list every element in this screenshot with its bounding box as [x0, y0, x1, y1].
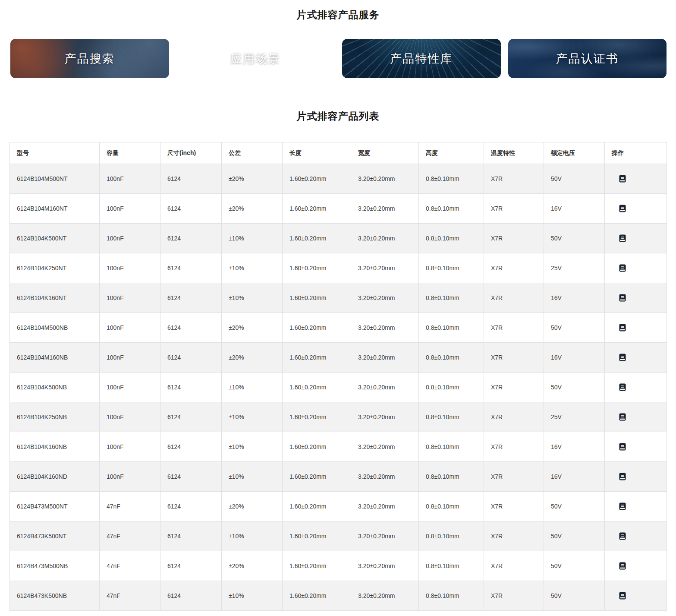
cell: 50V [544, 551, 605, 581]
cell: 1.60±0.20mm [283, 581, 351, 611]
services-title: 片式排容产品服务 [0, 0, 676, 20]
journal-document-icon [619, 592, 626, 600]
cell: 1.60±0.20mm [283, 373, 351, 402]
view-document-button[interactable] [618, 174, 627, 183]
action-cell [605, 343, 667, 373]
cell: 100nF [100, 253, 160, 283]
journal-document-icon [619, 383, 626, 391]
view-document-button[interactable] [618, 323, 627, 332]
cell: 0.8±0.10mm [419, 253, 484, 283]
cell: 50V [544, 313, 605, 343]
cell: 6124 [160, 432, 222, 462]
action-cell [605, 432, 667, 462]
cell: 3.20±0.20mm [351, 194, 419, 224]
list-title: 片式排容产品列表 [0, 111, 676, 121]
view-document-button[interactable] [618, 412, 627, 422]
view-document-button[interactable] [618, 591, 627, 600]
banner-product-library[interactable]: 产品特性库 [342, 39, 501, 78]
table-row: 6124B104M160NT100nF6124±20%1.60±0.20mm3.… [10, 194, 667, 224]
cell: X7R [484, 343, 544, 373]
action-cell [605, 224, 667, 253]
column-header-4: 长度 [283, 142, 351, 164]
cell: X7R [484, 462, 544, 492]
cell: 1.60±0.20mm [283, 551, 351, 581]
table-row: 6124B104K250NT100nF6124±10%1.60±0.20mm3.… [10, 253, 667, 283]
view-document-button[interactable] [618, 502, 627, 511]
cell: 6124B473K500NT [10, 521, 100, 551]
action-cell [605, 521, 667, 551]
cell: 0.8±0.10mm [419, 521, 484, 551]
cell: ±20% [222, 343, 283, 373]
service-banners: 产品搜索 应用场景 产品特性库 产品认证书 [10, 39, 667, 78]
cell: 16V [544, 194, 605, 224]
view-document-button[interactable] [618, 234, 627, 243]
cell: 16V [544, 283, 605, 313]
cell: 6124B104M500NT [10, 164, 100, 194]
column-header-7: 温度特性 [484, 142, 544, 164]
cell: ±10% [222, 283, 283, 313]
cell: ±10% [222, 521, 283, 551]
cell: 16V [544, 432, 605, 462]
cell: 6124B104K500NB [10, 373, 100, 402]
view-document-button[interactable] [618, 382, 627, 392]
cell: 1.60±0.20mm [283, 462, 351, 492]
banner-application-scenes[interactable]: 应用场景 [176, 39, 335, 78]
cell: 3.20±0.20mm [351, 313, 419, 343]
cell: 50V [544, 164, 605, 194]
view-document-button[interactable] [618, 442, 627, 452]
cell: 6124 [160, 373, 222, 402]
cell: 6124 [160, 521, 222, 551]
cell: 6124 [160, 492, 222, 521]
banner-product-search[interactable]: 产品搜索 [10, 39, 169, 78]
cell: 3.20±0.20mm [351, 402, 419, 432]
cell: 6124 [160, 343, 222, 373]
cell: 47nF [100, 551, 160, 581]
cell: 6124B104K160NB [10, 432, 100, 462]
banner-product-library-label: 产品特性库 [390, 51, 453, 66]
cell: 6124B104M160NB [10, 343, 100, 373]
cell: ±10% [222, 253, 283, 283]
view-document-button[interactable] [618, 472, 627, 481]
cell: ±20% [222, 551, 283, 581]
cell: 6124B104K160ND [10, 462, 100, 492]
journal-document-icon [619, 234, 626, 242]
banner-product-certificates[interactable]: 产品认证书 [508, 39, 667, 78]
table-row: 6124B104K250NB100nF6124±10%1.60±0.20mm3.… [10, 402, 667, 432]
cell: X7R [484, 521, 544, 551]
cell: 1.60±0.20mm [283, 492, 351, 521]
cell: 0.8±0.10mm [419, 164, 484, 194]
cell: 100nF [100, 164, 160, 194]
cell: 6124B104K500NT [10, 224, 100, 253]
view-document-button[interactable] [618, 263, 627, 273]
view-document-button[interactable] [618, 531, 627, 541]
cell: 1.60±0.20mm [283, 343, 351, 373]
cell: 6124B473M500NB [10, 551, 100, 581]
column-header-6: 高度 [419, 142, 484, 164]
cell: 16V [544, 462, 605, 492]
cell: X7R [484, 581, 544, 611]
cell: 3.20±0.20mm [351, 373, 419, 402]
cell: X7R [484, 373, 544, 402]
cell: 100nF [100, 462, 160, 492]
cell: 0.8±0.10mm [419, 373, 484, 402]
action-cell [605, 581, 667, 611]
view-document-button[interactable] [618, 293, 627, 303]
view-document-button[interactable] [618, 353, 627, 362]
column-header-9: 操作 [605, 142, 667, 164]
table-row: 6124B104K500NB100nF6124±10%1.60±0.20mm3.… [10, 373, 667, 402]
cell: ±20% [222, 164, 283, 194]
table-row: 6124B104K160NB100nF6124±10%1.60±0.20mm3.… [10, 432, 667, 462]
cell: X7R [484, 492, 544, 521]
cell: 0.8±0.10mm [419, 581, 484, 611]
cell: 0.8±0.10mm [419, 492, 484, 521]
cell: 1.60±0.20mm [283, 224, 351, 253]
cell: 6124 [160, 224, 222, 253]
table-row: 6124B473K500NT47nF6124±10%1.60±0.20mm3.2… [10, 521, 667, 551]
view-document-button[interactable] [618, 561, 627, 571]
cell: ±10% [222, 402, 283, 432]
cell: 100nF [100, 194, 160, 224]
view-document-button[interactable] [618, 204, 627, 213]
cell: 0.8±0.10mm [419, 224, 484, 253]
cell: 3.20±0.20mm [351, 432, 419, 462]
cell: 25V [544, 402, 605, 432]
